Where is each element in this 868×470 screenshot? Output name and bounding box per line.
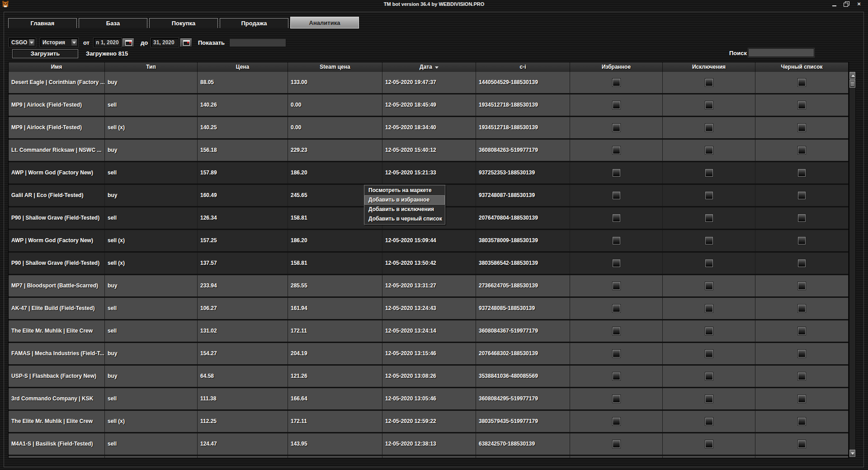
blacklist-checkbox[interactable] — [798, 440, 806, 448]
blacklist-checkbox[interactable] — [798, 350, 806, 357]
favorite-checkbox[interactable] — [613, 440, 620, 448]
blacklist-checkbox[interactable] — [798, 395, 806, 403]
context-menu-item[interactable]: Добавить в черный список — [364, 214, 445, 224]
vertical-scrollbar[interactable] — [849, 71, 856, 457]
column-header[interactable]: Steam цена — [288, 62, 382, 72]
context-menu-item[interactable]: Добавить в исключения — [364, 205, 445, 214]
scroll-up-button[interactable] — [849, 72, 855, 79]
blacklist-checkbox[interactable] — [798, 214, 806, 222]
blacklist-checkbox[interactable] — [798, 305, 806, 312]
exclusions-checkbox[interactable] — [705, 192, 713, 199]
table-row[interactable]: AK-47 | Elite Build (Field-Tested)sell10… — [9, 298, 849, 320]
favorite-checkbox[interactable] — [613, 146, 620, 154]
exclusions-checkbox[interactable] — [705, 214, 713, 222]
column-header[interactable]: Черный список — [755, 62, 849, 72]
blacklist-checkbox[interactable] — [798, 192, 806, 199]
blacklist-checkbox[interactable] — [798, 372, 806, 380]
table-row[interactable]: AWP | Worm God (Factory New)sell (x)157.… — [9, 230, 849, 253]
favorite-checkbox[interactable] — [613, 282, 620, 290]
favorite-checkbox[interactable] — [613, 327, 620, 335]
tab-sale[interactable]: Продажа — [220, 18, 288, 28]
show-input[interactable] — [229, 38, 286, 47]
favorite-checkbox[interactable] — [613, 79, 620, 86]
favorite-checkbox[interactable] — [613, 237, 620, 244]
blacklist-checkbox[interactable] — [798, 146, 806, 154]
table-row[interactable]: MP7 | Bloodsport (Battle-Scarred)buy233.… — [9, 275, 849, 298]
column-header[interactable]: Имя — [9, 62, 105, 72]
column-header[interactable]: Тип — [105, 62, 198, 72]
table-row[interactable]: FAMAS | Mecha Industries (Field-T...buy1… — [9, 343, 849, 366]
from-calendar-button[interactable] — [122, 38, 134, 47]
table-row[interactable]: M4A1-S | Basilisk (Field-Tested)sell124.… — [9, 433, 849, 456]
exclusions-checkbox[interactable] — [705, 237, 713, 244]
blacklist-checkbox[interactable] — [798, 259, 806, 267]
blacklist-checkbox[interactable] — [798, 418, 806, 425]
favorite-checkbox[interactable] — [613, 192, 620, 199]
context-menu-item[interactable]: Добавить в избранное — [364, 195, 445, 205]
column-header[interactable]: Исключения — [663, 62, 755, 72]
favorite-checkbox[interactable] — [613, 214, 620, 222]
favorite-checkbox[interactable] — [613, 372, 620, 380]
column-header[interactable]: Дата — [382, 62, 476, 72]
favorite-checkbox[interactable] — [613, 305, 620, 312]
close-button[interactable]: × — [855, 1, 863, 7]
column-header[interactable]: Избранное — [570, 62, 663, 72]
search-input[interactable] — [748, 48, 814, 57]
exclusions-checkbox[interactable] — [705, 305, 713, 312]
table-row[interactable]: Desert Eagle | Corinthian (Factory ...bu… — [9, 72, 849, 94]
exclusions-checkbox[interactable] — [705, 327, 713, 335]
tab-main[interactable]: Главная — [8, 18, 77, 28]
table-row[interactable]: MP9 | Airlock (Field-Tested)sell140.260.… — [9, 94, 849, 117]
favorite-checkbox[interactable] — [613, 395, 620, 403]
favorite-checkbox[interactable] — [613, 124, 620, 132]
exclusions-checkbox[interactable] — [705, 169, 713, 177]
table-row[interactable]: Lt. Commander Ricksaw | NSWC ...buy156.1… — [9, 140, 849, 162]
table-row[interactable]: 3rd Commando Company | KSKsell111.38166.… — [9, 388, 849, 411]
chevron-down-icon[interactable] — [71, 39, 77, 46]
exclusions-checkbox[interactable] — [705, 259, 713, 267]
exclusions-checkbox[interactable] — [705, 350, 713, 357]
table-row[interactable]: AWP | Worm God (Factory New)sell157.8918… — [9, 162, 849, 185]
mode-select[interactable]: История — [40, 38, 78, 47]
favorite-checkbox[interactable] — [613, 169, 620, 177]
blacklist-checkbox[interactable] — [798, 101, 806, 109]
tab-analytics[interactable]: Аналитика — [290, 17, 359, 28]
load-button[interactable]: Загрузить — [12, 49, 78, 58]
tab-purchase[interactable]: Покупка — [149, 18, 218, 28]
blacklist-checkbox[interactable] — [798, 237, 806, 244]
favorite-checkbox[interactable] — [613, 259, 620, 267]
to-date-field[interactable]: 31, 2020 — [151, 38, 179, 47]
favorite-checkbox[interactable] — [613, 418, 620, 425]
scroll-down-button[interactable] — [849, 450, 855, 457]
exclusions-checkbox[interactable] — [705, 124, 713, 132]
table-row[interactable]: The Elite Mr. Muhlik | Elite Crewsell131… — [9, 320, 849, 343]
from-date-field[interactable]: n 1, 2020 — [94, 38, 121, 47]
blacklist-checkbox[interactable] — [798, 327, 806, 335]
exclusions-checkbox[interactable] — [705, 372, 713, 380]
favorite-checkbox[interactable] — [613, 350, 620, 357]
context-menu-item[interactable]: Посмотреть на маркете — [364, 186, 445, 195]
exclusions-checkbox[interactable] — [705, 79, 713, 86]
exclusions-checkbox[interactable] — [705, 418, 713, 425]
exclusions-checkbox[interactable] — [705, 395, 713, 403]
exclusions-checkbox[interactable] — [705, 146, 713, 154]
table-row[interactable]: The Elite Mr. Muhlik | Elite Crewsell (x… — [9, 411, 849, 433]
column-header[interactable]: c-i — [476, 62, 570, 72]
scrollbar-thumb[interactable] — [849, 80, 855, 88]
exclusions-checkbox[interactable] — [705, 440, 713, 448]
table-row[interactable]: MP9 | Airlock (Field-Tested)sell (x)140.… — [9, 117, 849, 140]
blacklist-checkbox[interactable] — [798, 124, 806, 132]
column-header[interactable]: Цена — [198, 62, 288, 72]
blacklist-checkbox[interactable] — [798, 282, 806, 290]
game-select[interactable]: CSGO — [9, 38, 36, 47]
minimize-button[interactable] — [831, 1, 838, 7]
table-row[interactable]: USP-S | Flashback (Factory New)buy64.581… — [9, 366, 849, 388]
favorite-checkbox[interactable] — [613, 101, 620, 109]
table-row[interactable]: P90 | Shallow Grave (Field-Tested)sell (… — [9, 253, 849, 275]
chevron-down-icon[interactable] — [28, 39, 35, 46]
blacklist-checkbox[interactable] — [798, 79, 806, 86]
exclusions-checkbox[interactable] — [705, 101, 713, 109]
exclusions-checkbox[interactable] — [705, 282, 713, 290]
blacklist-checkbox[interactable] — [798, 169, 806, 177]
tab-base[interactable]: База — [79, 18, 147, 28]
